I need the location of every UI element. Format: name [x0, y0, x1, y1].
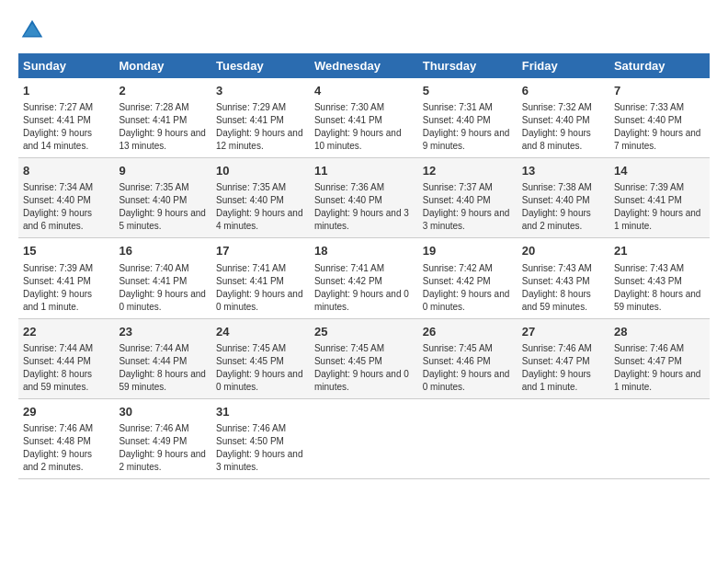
daylight-text: Daylight: 9 hours and 1 minute.	[23, 289, 92, 312]
sunrise-text: Sunrise: 7:38 AM	[522, 182, 592, 192]
calendar-cell: 11Sunrise: 7:36 AMSunset: 4:40 PMDayligh…	[310, 158, 418, 238]
calendar-cell: 27Sunrise: 7:46 AMSunset: 4:47 PMDayligh…	[518, 318, 609, 398]
sunrise-text: Sunrise: 7:41 AM	[216, 263, 286, 273]
calendar-cell	[609, 398, 710, 478]
day-number: 10	[216, 163, 305, 179]
sunset-text: Sunset: 4:41 PM	[23, 276, 91, 286]
calendar-cell: 25Sunrise: 7:45 AMSunset: 4:45 PMDayligh…	[310, 318, 418, 398]
day-number: 4	[314, 83, 414, 99]
calendar-cell	[518, 398, 609, 478]
sunrise-text: Sunrise: 7:41 AM	[314, 263, 384, 273]
sunrise-text: Sunrise: 7:46 AM	[23, 423, 93, 433]
sunrise-text: Sunrise: 7:46 AM	[522, 343, 592, 353]
sunrise-text: Sunrise: 7:30 AM	[314, 102, 384, 112]
daylight-text: Daylight: 8 hours and 59 minutes.	[23, 369, 92, 392]
daylight-text: Daylight: 9 hours and 0 minutes.	[216, 289, 303, 312]
calendar-cell: 26Sunrise: 7:45 AMSunset: 4:46 PMDayligh…	[418, 318, 518, 398]
calendar-cell: 29Sunrise: 7:46 AMSunset: 4:48 PMDayligh…	[18, 398, 114, 478]
daylight-text: Daylight: 9 hours and 2 minutes.	[119, 449, 206, 472]
day-number: 6	[522, 83, 605, 99]
header-wednesday: Wednesday	[310, 53, 418, 78]
daylight-text: Daylight: 9 hours and 0 minutes.	[314, 369, 409, 392]
day-number: 9	[119, 163, 207, 179]
sunrise-text: Sunrise: 7:27 AM	[23, 102, 93, 112]
header-tuesday: Tuesday	[211, 53, 310, 78]
sunrise-text: Sunrise: 7:45 AM	[314, 343, 384, 353]
sunset-text: Sunset: 4:43 PM	[522, 276, 590, 286]
sunrise-text: Sunrise: 7:39 AM	[23, 263, 93, 273]
sunrise-text: Sunrise: 7:28 AM	[119, 102, 188, 112]
sunrise-text: Sunrise: 7:40 AM	[119, 263, 188, 273]
sunrise-text: Sunrise: 7:29 AM	[216, 102, 286, 112]
day-number: 30	[119, 404, 207, 420]
day-number: 11	[314, 163, 414, 179]
daylight-text: Daylight: 9 hours and 14 minutes.	[23, 128, 92, 151]
calendar-cell: 6Sunrise: 7:32 AMSunset: 4:40 PMDaylight…	[518, 78, 609, 158]
calendar-cell: 22Sunrise: 7:44 AMSunset: 4:44 PMDayligh…	[18, 318, 114, 398]
day-number: 23	[119, 324, 207, 340]
logo	[18, 17, 50, 44]
day-number: 21	[614, 243, 705, 259]
daylight-text: Daylight: 9 hours and 0 minutes.	[423, 289, 510, 312]
day-number: 26	[423, 324, 513, 340]
calendar-cell: 5Sunrise: 7:31 AMSunset: 4:40 PMDaylight…	[418, 78, 518, 158]
calendar-cell: 14Sunrise: 7:39 AMSunset: 4:41 PMDayligh…	[609, 158, 710, 238]
daylight-text: Daylight: 9 hours and 3 minutes.	[314, 208, 409, 231]
sunset-text: Sunset: 4:41 PM	[119, 115, 187, 125]
sunrise-text: Sunrise: 7:46 AM	[216, 423, 286, 433]
calendar-cell: 20Sunrise: 7:43 AMSunset: 4:43 PMDayligh…	[518, 238, 609, 318]
daylight-text: Daylight: 9 hours and 9 minutes.	[423, 128, 510, 151]
calendar-cell: 23Sunrise: 7:44 AMSunset: 4:44 PMDayligh…	[114, 318, 211, 398]
calendar-cell: 24Sunrise: 7:45 AMSunset: 4:45 PMDayligh…	[211, 318, 310, 398]
header-saturday: Saturday	[609, 53, 710, 78]
day-number: 25	[314, 324, 414, 340]
day-number: 20	[522, 243, 605, 259]
sunrise-text: Sunrise: 7:37 AM	[423, 182, 493, 192]
daylight-text: Daylight: 9 hours and 3 minutes.	[216, 449, 303, 472]
header-thursday: Thursday	[418, 53, 518, 78]
calendar-table: SundayMondayTuesdayWednesdayThursdayFrid…	[18, 53, 710, 479]
sunset-text: Sunset: 4:40 PM	[23, 195, 91, 205]
daylight-text: Daylight: 9 hours and 12 minutes.	[216, 128, 303, 151]
sunset-text: Sunset: 4:41 PM	[119, 276, 187, 286]
calendar-cell: 7Sunrise: 7:33 AMSunset: 4:40 PMDaylight…	[609, 78, 710, 158]
daylight-text: Daylight: 9 hours and 0 minutes.	[423, 369, 510, 392]
page-container: SundayMondayTuesdayWednesdayThursdayFrid…	[0, 0, 728, 488]
day-number: 17	[216, 243, 305, 259]
day-number: 16	[119, 243, 207, 259]
sunset-text: Sunset: 4:41 PM	[614, 195, 682, 205]
sunrise-text: Sunrise: 7:44 AM	[119, 343, 188, 353]
calendar-cell: 12Sunrise: 7:37 AMSunset: 4:40 PMDayligh…	[418, 158, 518, 238]
sunset-text: Sunset: 4:40 PM	[216, 195, 284, 205]
calendar-cell	[418, 398, 518, 478]
daylight-text: Daylight: 9 hours and 0 minutes.	[119, 289, 206, 312]
day-number: 22	[23, 324, 109, 340]
calendar-cell: 4Sunrise: 7:30 AMSunset: 4:41 PMDaylight…	[310, 78, 418, 158]
calendar-cell: 3Sunrise: 7:29 AMSunset: 4:41 PMDaylight…	[211, 78, 310, 158]
daylight-text: Daylight: 8 hours and 59 minutes.	[614, 289, 701, 312]
calendar-cell: 10Sunrise: 7:35 AMSunset: 4:40 PMDayligh…	[211, 158, 310, 238]
calendar-cell	[310, 398, 418, 478]
sunset-text: Sunset: 4:42 PM	[314, 276, 382, 286]
day-number: 13	[522, 163, 605, 179]
day-number: 15	[23, 243, 109, 259]
sunrise-text: Sunrise: 7:35 AM	[216, 182, 286, 192]
sunrise-text: Sunrise: 7:46 AM	[614, 343, 684, 353]
daylight-text: Daylight: 9 hours and 1 minute.	[614, 208, 701, 231]
sunset-text: Sunset: 4:40 PM	[423, 195, 491, 205]
sunrise-text: Sunrise: 7:34 AM	[23, 182, 93, 192]
day-number: 14	[614, 163, 705, 179]
daylight-text: Daylight: 9 hours and 8 minutes.	[522, 128, 591, 151]
sunset-text: Sunset: 4:47 PM	[614, 356, 682, 366]
header-friday: Friday	[518, 53, 609, 78]
daylight-text: Daylight: 8 hours and 59 minutes.	[522, 289, 591, 312]
day-number: 19	[423, 243, 513, 259]
daylight-text: Daylight: 9 hours and 4 minutes.	[216, 208, 303, 231]
calendar-cell: 9Sunrise: 7:35 AMSunset: 4:40 PMDaylight…	[114, 158, 211, 238]
sunrise-text: Sunrise: 7:43 AM	[614, 263, 684, 273]
calendar-cell: 17Sunrise: 7:41 AMSunset: 4:41 PMDayligh…	[211, 238, 310, 318]
sunset-text: Sunset: 4:50 PM	[216, 436, 284, 446]
daylight-text: Daylight: 9 hours and 1 minute.	[614, 369, 701, 392]
header-sunday: Sunday	[18, 53, 114, 78]
sunset-text: Sunset: 4:41 PM	[216, 115, 284, 125]
